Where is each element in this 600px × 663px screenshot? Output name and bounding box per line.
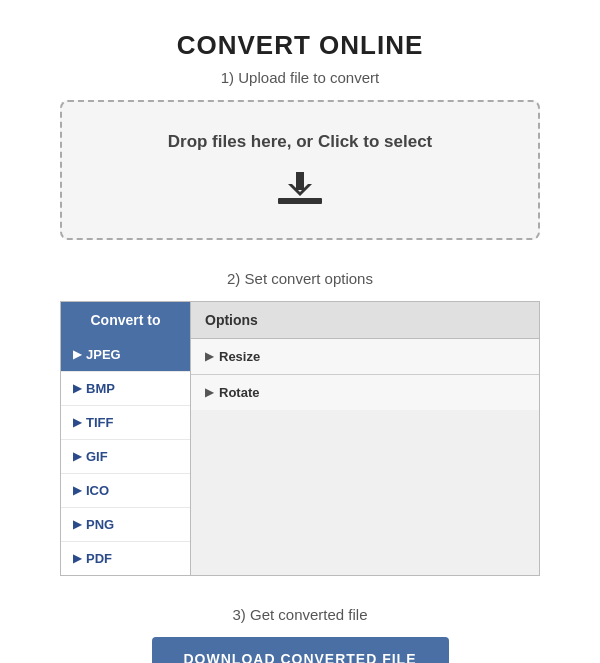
- convert-options-container: Convert to ▶ JPEG ▶ BMP ▶ TIFF ▶ GIF ▶ I…: [60, 301, 540, 576]
- options-header: Options: [191, 302, 539, 339]
- step1-label: 1) Upload file to convert: [221, 69, 379, 86]
- download-button[interactable]: DOWNLOAD CONVERTED FILE: [152, 637, 449, 663]
- format-arrow-jpeg: ▶: [73, 348, 81, 361]
- format-arrow-tiff: ▶: [73, 416, 81, 429]
- rotate-arrow-icon: ▶: [205, 386, 213, 399]
- page-container: CONVERT ONLINE 1) Upload file to convert…: [0, 0, 600, 663]
- format-arrow-ico: ▶: [73, 484, 81, 497]
- main-title: CONVERT ONLINE: [177, 30, 424, 61]
- format-item-jpeg[interactable]: ▶ JPEG: [61, 338, 190, 372]
- format-arrow-png: ▶: [73, 518, 81, 531]
- format-item-pdf[interactable]: ▶ PDF: [61, 542, 190, 575]
- format-arrow-pdf: ▶: [73, 552, 81, 565]
- format-arrow-gif: ▶: [73, 450, 81, 463]
- upload-text: Drop files here, or Click to select: [168, 132, 433, 152]
- convert-to-header: Convert to: [61, 302, 190, 338]
- format-label-pdf: PDF: [86, 551, 112, 566]
- options-panel: Options ▶ Resize ▶ Rotate: [191, 302, 539, 575]
- option-rotate-label: Rotate: [219, 385, 259, 400]
- convert-to-panel: Convert to ▶ JPEG ▶ BMP ▶ TIFF ▶ GIF ▶ I…: [61, 302, 191, 575]
- format-item-tiff[interactable]: ▶ TIFF: [61, 406, 190, 440]
- step3-label: 3) Get converted file: [232, 606, 367, 623]
- format-item-png[interactable]: ▶ PNG: [61, 508, 190, 542]
- option-resize[interactable]: ▶ Resize: [191, 339, 539, 375]
- upload-icon: [275, 168, 325, 208]
- format-label-bmp: BMP: [86, 381, 115, 396]
- option-rotate[interactable]: ▶ Rotate: [191, 375, 539, 410]
- format-item-bmp[interactable]: ▶ BMP: [61, 372, 190, 406]
- format-label-tiff: TIFF: [86, 415, 113, 430]
- format-item-gif[interactable]: ▶ GIF: [61, 440, 190, 474]
- format-item-ico[interactable]: ▶ ICO: [61, 474, 190, 508]
- resize-arrow-icon: ▶: [205, 350, 213, 363]
- upload-area[interactable]: Drop files here, or Click to select: [60, 100, 540, 240]
- format-label-jpeg: JPEG: [86, 347, 121, 362]
- svg-rect-1: [296, 172, 304, 190]
- format-label-gif: GIF: [86, 449, 108, 464]
- svg-rect-0: [278, 198, 322, 204]
- option-resize-label: Resize: [219, 349, 260, 364]
- step2-label: 2) Set convert options: [227, 270, 373, 287]
- format-arrow-bmp: ▶: [73, 382, 81, 395]
- format-label-ico: ICO: [86, 483, 109, 498]
- format-label-png: PNG: [86, 517, 114, 532]
